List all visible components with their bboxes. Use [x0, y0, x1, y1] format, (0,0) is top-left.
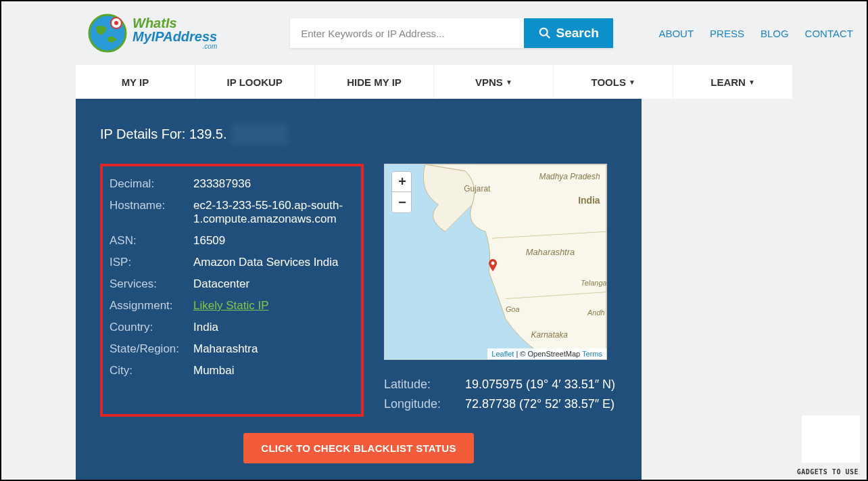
- map-pin-icon: [489, 259, 497, 271]
- latitude-line: Latitude: 19.075975 (19° 4′ 33.51″ N): [384, 377, 617, 392]
- detail-isp: ISP: Amazon Data Services India: [110, 256, 353, 269]
- value: India: [193, 321, 218, 334]
- search-input[interactable]: [290, 18, 524, 48]
- svg-point-18: [491, 262, 495, 265]
- svg-text:Maharashtra: Maharashtra: [526, 247, 575, 257]
- nav-label: TOOLS: [592, 76, 626, 88]
- nav-vpns[interactable]: VPNS▼: [434, 65, 554, 99]
- chevron-down-icon: ▼: [629, 78, 635, 86]
- terms-link[interactable]: Terms: [582, 350, 602, 358]
- value: Datacenter: [193, 277, 249, 291]
- nav-my-ip[interactable]: MY IP: [76, 65, 195, 99]
- top-link-press[interactable]: PRESS: [710, 28, 744, 39]
- nav-learn[interactable]: LEARN▼: [673, 65, 792, 99]
- map-attribution: Leaflet | © OpenStreetMap Terms: [487, 348, 606, 359]
- label: State/Region:: [110, 342, 193, 356]
- check-blacklist-button[interactable]: CLICK TO CHECK BLACKLIST STATUS: [243, 433, 473, 463]
- value: Amazon Data Services India: [193, 256, 339, 269]
- nav-label: MY IP: [122, 76, 149, 88]
- zoom-out-button[interactable]: −: [392, 192, 412, 212]
- detail-decimal: Decimal: 233387936: [110, 177, 353, 191]
- value: Mumbai: [193, 364, 234, 377]
- nav-tools[interactable]: TOOLS▼: [554, 65, 673, 99]
- nav-hide-my-ip[interactable]: HIDE MY IP: [315, 65, 435, 99]
- svg-text:Goa: Goa: [506, 305, 520, 313]
- detail-city: City: Mumbai: [110, 364, 353, 377]
- top-link-contact[interactable]: CONTACT: [805, 28, 853, 39]
- right-column: Gujarat Madhya Pradesh India Maharashtra…: [384, 164, 617, 417]
- value: 72.87738 (72° 52′ 38.57″ E): [465, 397, 614, 411]
- label: Services:: [110, 277, 193, 291]
- chevron-down-icon: ▼: [748, 78, 755, 86]
- sidebar-ad-placeholder: [802, 415, 860, 463]
- svg-point-4: [539, 28, 547, 36]
- label: Country:: [110, 321, 193, 334]
- ip-heading: IP Details For: 139.5.: [100, 123, 617, 145]
- assignment-link[interactable]: Likely Static IP: [193, 299, 269, 313]
- svg-point-3: [114, 21, 118, 25]
- attr-sep: | © OpenStreetMap: [514, 350, 582, 358]
- ip-redacted: [231, 123, 288, 145]
- search-button-label: Search: [556, 26, 599, 41]
- coordinates: Latitude: 19.075975 (19° 4′ 33.51″ N) Lo…: [384, 377, 617, 411]
- top-header: WhatIs MyIPAddress .com Search ABOUT PRE…: [1, 1, 867, 65]
- nav-label: HIDE MY IP: [347, 76, 402, 88]
- label: ASN:: [110, 234, 193, 248]
- main-nav: MY IP IP LOOKUP HIDE MY IP VPNS▼ TOOLS▼ …: [76, 65, 792, 99]
- svg-text:Andh: Andh: [587, 308, 604, 317]
- svg-text:Madhya Pradesh: Madhya Pradesh: [539, 172, 600, 181]
- watermark: GADGETS TO USE: [797, 468, 859, 476]
- logo-line1: WhatIs: [132, 16, 217, 30]
- search-button[interactable]: Search: [524, 18, 613, 48]
- value: ec2-13-233-55-160.ap-south-1.compute.ama…: [193, 199, 353, 226]
- detail-region: State/Region: Maharashtra: [110, 342, 353, 356]
- svg-text:Karnataka: Karnataka: [531, 330, 569, 340]
- label: Hostname:: [110, 199, 193, 226]
- zoom-in-button[interactable]: +: [392, 172, 412, 192]
- leaflet-link[interactable]: Leaflet: [491, 350, 514, 358]
- detail-asn: ASN: 16509: [110, 234, 353, 248]
- ip-details-box: Decimal: 233387936 Hostname: ec2-13-233-…: [100, 164, 364, 417]
- globe-icon: [88, 14, 127, 53]
- search-wrap: Search: [290, 18, 613, 48]
- logo-line2: MyIPAddress: [132, 30, 217, 43]
- detail-country: Country: India: [110, 321, 353, 334]
- top-links: ABOUT PRESS BLOG CONTACT: [658, 28, 853, 39]
- svg-text:Telanga: Telanga: [581, 279, 606, 287]
- label: Longitude:: [384, 397, 465, 411]
- nav-label: LEARN: [710, 76, 746, 88]
- ip-details-panel: IP Details For: 139.5. Decimal: 23338793…: [76, 99, 642, 481]
- logo-sub: .com: [203, 43, 218, 50]
- value: 19.075975 (19° 4′ 33.51″ N): [465, 377, 615, 392]
- detail-services: Services: Datacenter: [110, 277, 353, 291]
- site-logo[interactable]: WhatIs MyIPAddress .com: [88, 14, 217, 53]
- detail-assignment: Assignment: Likely Static IP: [110, 299, 353, 313]
- svg-text:Gujarat: Gujarat: [464, 184, 491, 193]
- ip-heading-text: IP Details For: 139.5.: [100, 127, 227, 142]
- label: City:: [110, 364, 193, 377]
- svg-line-5: [546, 35, 550, 39]
- value: 16509: [193, 234, 225, 248]
- nav-ip-lookup[interactable]: IP LOOKUP: [195, 65, 315, 99]
- label: ISP:: [110, 256, 193, 269]
- value: Maharashtra: [193, 342, 258, 356]
- longitude-line: Longitude: 72.87738 (72° 52′ 38.57″ E): [384, 397, 617, 411]
- svg-text:India: India: [578, 195, 600, 206]
- value: 233387936: [193, 177, 251, 191]
- nav-label: VPNS: [475, 76, 503, 88]
- map[interactable]: Gujarat Madhya Pradesh India Maharashtra…: [384, 164, 607, 360]
- label: Decimal:: [110, 177, 193, 191]
- zoom-control: + −: [391, 171, 412, 213]
- detail-hostname: Hostname: ec2-13-233-55-160.ap-south-1.c…: [110, 199, 353, 226]
- top-link-about[interactable]: ABOUT: [658, 28, 694, 39]
- label: Assignment:: [110, 299, 193, 313]
- search-icon: [539, 27, 551, 39]
- chevron-down-icon: ▼: [506, 78, 512, 86]
- detail-row: Decimal: 233387936 Hostname: ec2-13-233-…: [100, 164, 617, 417]
- nav-label: IP LOOKUP: [227, 76, 283, 88]
- top-link-blog[interactable]: BLOG: [761, 28, 789, 39]
- label: Latitude:: [384, 377, 465, 392]
- logo-text: WhatIs MyIPAddress .com: [132, 16, 217, 50]
